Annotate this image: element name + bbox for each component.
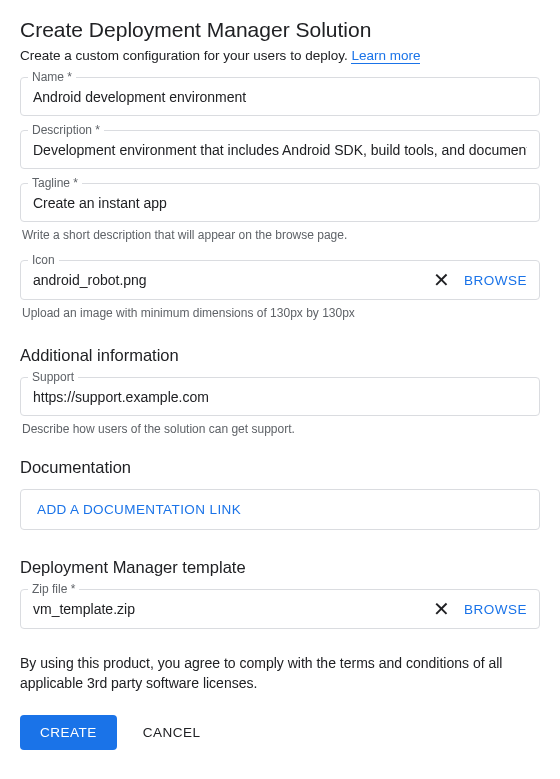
clear-icon[interactable]: ✕	[419, 270, 464, 290]
page-title: Create Deployment Manager Solution	[20, 18, 540, 42]
icon-label: Icon	[28, 253, 59, 267]
icon-filename: android_robot.png	[33, 272, 419, 288]
browse-icon-button[interactable]: BROWSE	[464, 273, 527, 288]
zipfile-field: Zip file * vm_template.zip ✕ BROWSE	[20, 589, 540, 629]
tagline-helper: Write a short description that will appe…	[22, 228, 538, 242]
section-additional-info: Additional information	[20, 346, 540, 365]
clear-zip-icon[interactable]: ✕	[419, 599, 464, 619]
tagline-label: Tagline *	[28, 176, 82, 190]
learn-more-link[interactable]: Learn more	[351, 48, 420, 64]
support-label: Support	[28, 370, 78, 384]
zipfile-filename: vm_template.zip	[33, 601, 419, 617]
name-field: Name *	[20, 77, 540, 116]
name-label: Name *	[28, 70, 76, 84]
description-label: Description *	[28, 123, 104, 137]
cancel-button[interactable]: CANCEL	[143, 725, 201, 740]
icon-field: Icon android_robot.png ✕ BROWSE	[20, 260, 540, 300]
browse-zip-button[interactable]: BROWSE	[464, 602, 527, 617]
terms-text: By using this product, you agree to comp…	[20, 653, 540, 693]
tagline-field: Tagline *	[20, 183, 540, 222]
subtitle-text: Create a custom configuration for your u…	[20, 48, 351, 63]
page-subtitle: Create a custom configuration for your u…	[20, 48, 540, 63]
name-input[interactable]	[20, 77, 540, 116]
icon-helper: Upload an image with minimum dimensions …	[22, 306, 538, 320]
description-field: Description *	[20, 130, 540, 169]
tagline-input[interactable]	[20, 183, 540, 222]
action-row: CREATE CANCEL	[20, 715, 540, 750]
add-documentation-link-button[interactable]: ADD A DOCUMENTATION LINK	[20, 489, 540, 530]
section-documentation: Documentation	[20, 458, 540, 477]
section-dm-template: Deployment Manager template	[20, 558, 540, 577]
create-button[interactable]: CREATE	[20, 715, 117, 750]
support-field: Support	[20, 377, 540, 416]
support-helper: Describe how users of the solution can g…	[22, 422, 538, 436]
support-input[interactable]	[20, 377, 540, 416]
zipfile-label: Zip file *	[28, 582, 79, 596]
